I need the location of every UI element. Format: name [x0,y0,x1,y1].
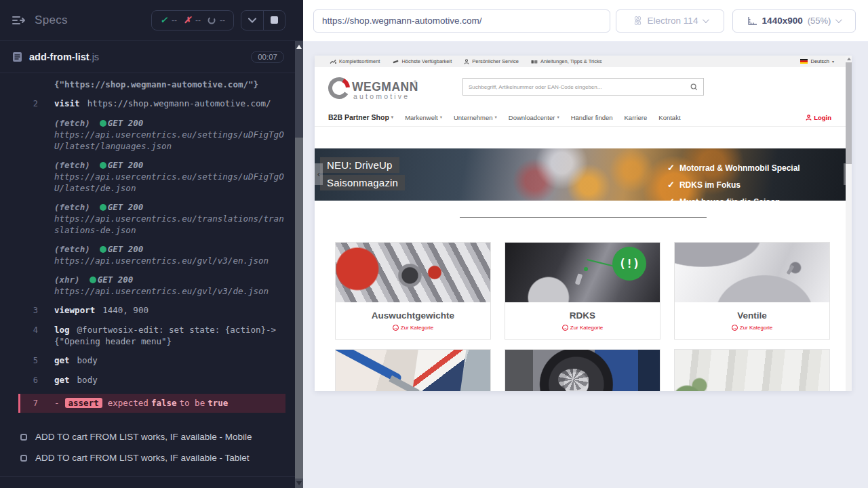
language-select[interactable]: Deutsch ▾ [800,58,834,64]
category-image-wheel-weights [336,243,490,302]
category-image-factory-aerial [675,350,829,391]
shop-header: WEGMANN ® automotive [315,67,852,108]
command-name: get [54,355,70,365]
nav-unternehmen[interactable]: Unternehmen▾ [454,114,497,121]
network-log-entry[interactable]: (xhr)GET 200 https://api.usercentrics.eu… [20,274,285,297]
stat-pending: -- [208,16,225,25]
failed-assert-row[interactable]: 7 -assertexpectedfalseto betrue [18,394,285,413]
hero-carousel[interactable]: NEU: DriveUp Saisonmagazin ✓Motorrad & W… [315,148,852,201]
search-icon[interactable] [690,83,698,91]
usp-item: Anleitungen, Tipps & Tricks [531,58,601,64]
trend-up-icon [330,59,336,64]
test-runner-panel: Specs ✓ -- ✗ -- -- [0,0,303,488]
scroll-up-arrow-icon[interactable] [847,58,851,60]
caret-down-icon: ▾ [440,115,442,120]
status-ok-dot [90,277,96,283]
nav-b2b-partner-shop[interactable]: B2B Partner Shop▾ [328,113,393,121]
command-get[interactable]: 5 getbody [20,354,285,367]
log-json-continuation[interactable]: {"https://shop.wegmann-automotive.com/"} [20,79,285,90]
viewport-size-select[interactable]: 1440x900 (55%) [732,9,856,33]
runner-scrollbar[interactable] [295,41,303,488]
banner-title-line1: NEU: DriveUp [320,157,399,173]
category-image-wheel-service [505,350,660,391]
stat-failed: ✗ -- [184,15,201,25]
command-visit[interactable]: 2 visithttps://shop.wegmann-automotive.c… [20,98,285,110]
chevron-down-icon [248,18,256,23]
category-card-unternehmen[interactable] [674,349,830,391]
chevron-left-icon: ‹ [317,169,320,179]
category-cards-row: Auswuchtgewichte → Zur Kategorie (!) [315,242,852,340]
category-card-tools[interactable] [335,349,491,391]
request-status: GET 200 [108,160,144,170]
scroll-up-arrow-icon[interactable] [296,45,302,49]
viewport-size-label: 1440x900 [762,16,803,26]
network-log-entry[interactable]: (fetch)GET 200 https://api.usercentrics.… [20,201,285,236]
category-card-rdks[interactable]: (!) RDKS → Zur Kategorie [505,242,660,340]
search-input[interactable] [469,84,690,90]
spec-file-row[interactable]: add-from-list .js 00:07 [0,41,295,73]
test-item[interactable]: ADD TO cart FROM LIST works, IF availabl… [20,447,284,468]
request-type: (fetch) [54,118,90,128]
scroll-down-arrow-icon[interactable] [296,481,302,485]
request-type: (fetch) [54,160,90,170]
request-type: (fetch) [54,202,90,212]
assert-expected: true [208,398,228,408]
category-link[interactable]: → Zur Kategorie [505,325,660,331]
category-card-montage[interactable] [505,349,660,391]
request-status: GET 200 [108,118,144,128]
request-status: GET 200 [98,274,134,285]
category-title: Ventile [675,310,829,321]
url-input[interactable] [313,9,610,33]
login-button[interactable]: Login [806,114,831,121]
nav-haendler-finden[interactable]: Händler finden [571,114,613,121]
category-card-ventile[interactable]: Ventile → Zur Kategorie [674,242,830,340]
collapse-panel-button[interactable] [241,11,263,30]
sidebar-expand-icon[interactable] [12,16,25,25]
nav-kontakt[interactable]: Kontakt [658,114,680,121]
network-log-entry[interactable]: (fetch)GET 200 https://api.usercentrics.… [20,243,285,266]
status-ok-dot [100,246,106,253]
failed-count: -- [195,16,201,25]
command-get[interactable]: 6 getbody [20,374,285,386]
pending-test-icon [20,434,27,441]
page-scrollbar[interactable] [846,56,852,391]
category-image-tools [336,350,490,391]
category-link[interactable]: → Zur Kategorie [675,325,829,331]
command-args: body [77,375,98,385]
category-card-auswuchtgewichte[interactable]: Auswuchtgewichte → Zur Kategorie [335,242,491,340]
banner-title-line2: Saisonmagazin [320,175,405,190]
nav-downloadcenter[interactable]: Downloadcenter▾ [509,114,559,121]
command-args: @fourtwosix-edit: set state: {action}-> … [54,325,276,346]
command-viewport[interactable]: 3 viewport1440, 900 [20,304,285,317]
request-type: (xhr) [54,274,80,285]
usp-item: Höchste Verfügbarkeit [392,58,452,64]
network-log-entry[interactable]: (fetch)GET 200 https://api.usercentrics.… [20,117,285,152]
command-name: get [54,375,70,385]
request-url: https://api.usercentrics.eu/gvl/v3/de.js… [54,285,285,297]
browser-select[interactable]: Electron 114 [616,9,724,33]
request-status: GET 200 [108,202,144,212]
section-divider [460,217,707,218]
chevron-down-icon [835,16,842,23]
category-title: RDKS [505,310,660,321]
x-icon: ✗ [184,15,191,25]
check-icon: ✓ [667,180,675,190]
category-link[interactable]: → Zur Kategorie [336,325,490,331]
shop-usp-bar: Komplettsortiment Höchste Verfügbarkeit … [315,56,852,67]
spinner-icon [208,16,216,24]
test-item[interactable]: ADD TO cart FROM LIST works, IF availabl… [20,426,284,447]
nav-markenwelt[interactable]: Markenwelt▾ [405,114,442,121]
nav-karriere[interactable]: Karriere [625,114,648,121]
scrollbar-thumb[interactable] [295,138,303,479]
stop-run-button[interactable] [263,11,285,30]
wegmann-logo[interactable]: WEGMANN ® automotive [327,75,418,104]
status-ok-dot [100,204,106,211]
request-url: https://api.usercentrics.eu/gvl/v3/en.js… [54,255,285,266]
scrollbar-thumb[interactable] [846,62,852,164]
category-title: Auswuchtgewichte [336,310,490,321]
command-log-message[interactable]: 4 log@fourtwosix-edit: set state: {actio… [20,324,285,347]
app-root: Specs ✓ -- ✗ -- -- [0,0,868,488]
pencil-icon [392,59,399,64]
network-log-entry[interactable]: (fetch)GET 200 https://api.usercentrics.… [20,159,285,194]
carousel-prev-button[interactable]: ‹ [315,163,323,185]
